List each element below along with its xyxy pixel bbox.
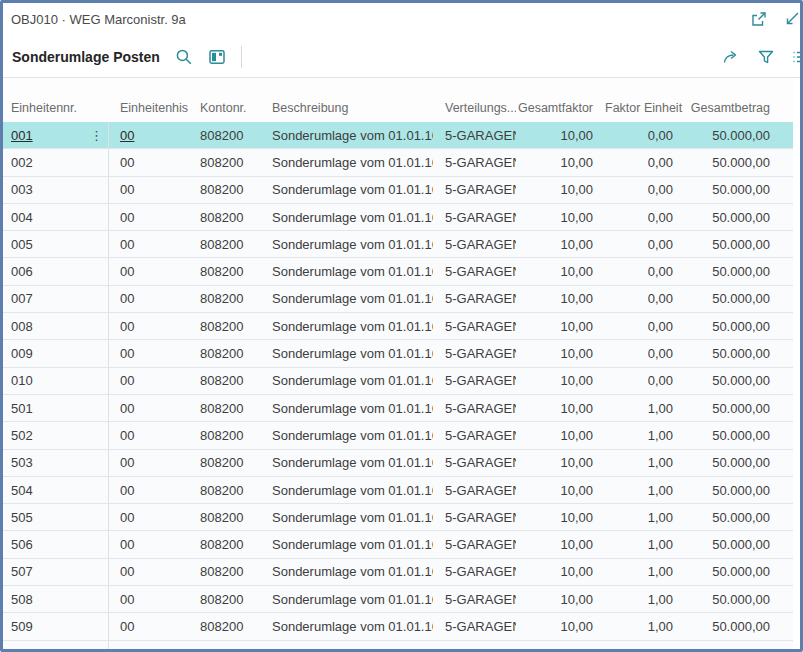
cell-einheitenhist[interactable]: 00 <box>108 286 188 312</box>
cell-beschreibung[interactable]: Sonderumlage vom 01.01.16 <box>260 395 433 421</box>
cell-kontonr[interactable]: 808200 <box>188 286 260 312</box>
table-row[interactable]: 00900808200Sonderumlage vom 01.01.165-GA… <box>3 340 793 367</box>
table-row[interactable]: 50800808200Sonderumlage vom 01.01.165-GA… <box>3 586 793 613</box>
cell-faktor-einheit[interactable]: 1,00 <box>605 531 685 557</box>
cell-faktor-einheit[interactable]: 0,00 <box>605 286 685 312</box>
table-row[interactable]: 00500808200Sonderumlage vom 01.01.165-GA… <box>3 231 793 258</box>
cell-faktor-einheit[interactable]: 1,00 <box>605 477 685 503</box>
cell-verteilungs[interactable]: 5-GARAGEN <box>433 504 516 530</box>
cell-verteilungs[interactable]: 5-GARAGEN <box>433 313 516 339</box>
cell-faktor-einheit[interactable]: 1,00 <box>605 586 685 612</box>
cell-kontonr[interactable]: 808200 <box>188 504 260 530</box>
share-icon[interactable] <box>722 48 740 66</box>
cell-einheitenhist[interactable]: 00 <box>108 613 188 639</box>
cell-einheitenhist[interactable]: 00 <box>108 531 188 557</box>
cell-gesamtbetrag[interactable]: 50.000,00 <box>685 559 782 585</box>
cell-beschreibung[interactable]: Sonderumlage vom 01.01.16 <box>260 149 433 175</box>
cell-einheitennr[interactable]: 503 <box>3 450 108 476</box>
cell-kontonr[interactable]: 808200 <box>188 450 260 476</box>
cell-kontonr[interactable]: 808200 <box>188 340 260 366</box>
cell-kontonr[interactable]: 808200 <box>188 422 260 448</box>
cell-gesamtbetrag[interactable]: 50.000,00 <box>685 613 782 639</box>
cell-faktor-einheit[interactable]: 0,00 <box>605 258 685 284</box>
cell-einheitennr[interactable]: 003 <box>3 177 108 203</box>
cell-beschreibung[interactable]: Sonderumlage vom 01.01.16 <box>260 177 433 203</box>
table-row[interactable]: 50400808200Sonderumlage vom 01.01.165-GA… <box>3 477 793 504</box>
table-row[interactable]: 50100808200Sonderumlage vom 01.01.165-GA… <box>3 395 793 422</box>
cell-verteilungs[interactable]: 5-GARAGEN <box>433 395 516 421</box>
cell-gesamtbetrag[interactable]: 50.000,00 <box>685 122 782 148</box>
cell-beschreibung[interactable]: Sonderumlage vom 01.01.16 <box>260 559 433 585</box>
table-row[interactable]: 50900808200Sonderumlage vom 01.01.165-GA… <box>3 613 793 640</box>
cell-gesamtfaktor[interactable]: 10,00 <box>516 531 605 557</box>
open-in-new-icon[interactable] <box>750 11 767 28</box>
cell-faktor-einheit[interactable]: 0,00 <box>605 177 685 203</box>
cell-gesamtbetrag[interactable]: 50.000,00 <box>685 231 782 257</box>
table-row[interactable]: 50600808200Sonderumlage vom 01.01.165-GA… <box>3 531 793 558</box>
cell-verteilungs[interactable]: 5-GARAGEN <box>433 340 516 366</box>
cell-einheitenhist[interactable]: 00 <box>108 204 188 230</box>
cell-einheitennr[interactable]: 505 <box>3 504 108 530</box>
cell-gesamtfaktor[interactable]: 10,00 <box>516 586 605 612</box>
cell-einheitennr[interactable]: 504 <box>3 477 108 503</box>
cell-gesamtfaktor[interactable]: 10,00 <box>516 477 605 503</box>
cell-einheitennr[interactable]: 006 <box>3 258 108 284</box>
cell-einheitenhist[interactable]: 00 <box>108 149 188 175</box>
cell-verteilungs[interactable]: 5-GARAGEN <box>433 613 516 639</box>
cell-gesamtbetrag[interactable]: 50.000,00 <box>685 531 782 557</box>
cell-einheitenhist[interactable]: 00 <box>108 177 188 203</box>
cell-kontonr[interactable]: 808200 <box>188 368 260 394</box>
cell-einheitenhist[interactable]: 00 <box>108 586 188 612</box>
cell-faktor-einheit[interactable]: 0,00 <box>605 122 685 148</box>
cell-kontonr[interactable]: 808200 <box>188 231 260 257</box>
cell-verteilungs[interactable]: 5-GARAGEN <box>433 450 516 476</box>
cell-beschreibung[interactable]: Sonderumlage vom 01.01.16 <box>260 422 433 448</box>
cell-gesamtfaktor[interactable]: 10,00 <box>516 613 605 639</box>
cell-kontonr[interactable]: 808200 <box>188 613 260 639</box>
cell-kontonr[interactable]: 808200 <box>188 477 260 503</box>
column-header-faktor-einheit[interactable]: Faktor Einheit <box>605 101 685 115</box>
analyze-icon[interactable] <box>208 48 226 66</box>
cell-faktor-einheit[interactable]: 1,00 <box>605 450 685 476</box>
cell-einheitenhist[interactable]: 00 <box>108 368 188 394</box>
cell-beschreibung[interactable]: Sonderumlage vom 01.01.16 <box>260 122 433 148</box>
cell-gesamtfaktor[interactable]: 10,00 <box>516 231 605 257</box>
table-row[interactable]: 50200808200Sonderumlage vom 01.01.165-GA… <box>3 422 793 449</box>
column-header-gesamtbetrag[interactable]: Gesamtbetrag <box>685 101 782 115</box>
cell-gesamtfaktor[interactable]: 10,00 <box>516 286 605 312</box>
cell-einheitenhist[interactable]: 00 <box>108 313 188 339</box>
cell-verteilungs[interactable]: 5-GARAGEN <box>433 231 516 257</box>
cell-einheitennr[interactable]: 507 <box>3 559 108 585</box>
cell-gesamtbetrag[interactable]: 50.000,00 <box>685 422 782 448</box>
cell-gesamtfaktor[interactable]: 10,00 <box>516 450 605 476</box>
table-row[interactable]: 00400808200Sonderumlage vom 01.01.165-GA… <box>3 204 793 231</box>
cell-gesamtfaktor[interactable]: 10,00 <box>516 504 605 530</box>
cell-beschreibung[interactable]: Sonderumlage vom 01.01.16 <box>260 504 433 530</box>
cell-beschreibung[interactable]: Sonderumlage vom 01.01.16 <box>260 586 433 612</box>
cell-kontonr[interactable]: 808200 <box>188 586 260 612</box>
cell-verteilungs[interactable]: 5-GARAGEN <box>433 422 516 448</box>
cell-faktor-einheit[interactable]: 1,00 <box>605 504 685 530</box>
row-options-icon[interactable]: ⋮ <box>88 127 105 144</box>
cell-beschreibung[interactable]: Sonderumlage vom 01.01.16 <box>260 531 433 557</box>
table-row[interactable]: 00600808200Sonderumlage vom 01.01.165-GA… <box>3 258 793 285</box>
cell-beschreibung[interactable]: Sonderumlage vom 01.01.16 <box>260 204 433 230</box>
cell-verteilungs[interactable]: 5-GARAGEN <box>433 531 516 557</box>
cell-gesamtfaktor[interactable]: 10,00 <box>516 149 605 175</box>
cell-faktor-einheit[interactable]: 0,00 <box>605 313 685 339</box>
cell-kontonr[interactable]: 808200 <box>188 177 260 203</box>
cell-kontonr[interactable]: 808200 <box>188 531 260 557</box>
cell-kontonr[interactable]: 808200 <box>188 122 260 148</box>
cell-gesamtfaktor[interactable]: 10,00 <box>516 559 605 585</box>
cell-einheitennr[interactable]: 005 <box>3 231 108 257</box>
cell-verteilungs[interactable]: 5-GARAGEN <box>433 286 516 312</box>
cell-faktor-einheit[interactable]: 0,00 <box>605 149 685 175</box>
cell-faktor-einheit[interactable]: 0,00 <box>605 340 685 366</box>
table-row[interactable]: 00200808200Sonderumlage vom 01.01.165-GA… <box>3 149 793 176</box>
cell-verteilungs[interactable]: 5-GARAGEN <box>433 204 516 230</box>
cell-gesamtbetrag[interactable]: 50.000,00 <box>685 368 782 394</box>
cell-gesamtfaktor[interactable]: 10,00 <box>516 258 605 284</box>
cell-faktor-einheit[interactable]: 0,00 <box>605 204 685 230</box>
cell-einheitennr[interactable]: 502 <box>3 422 108 448</box>
table-row[interactable]: 50500808200Sonderumlage vom 01.01.165-GA… <box>3 504 793 531</box>
